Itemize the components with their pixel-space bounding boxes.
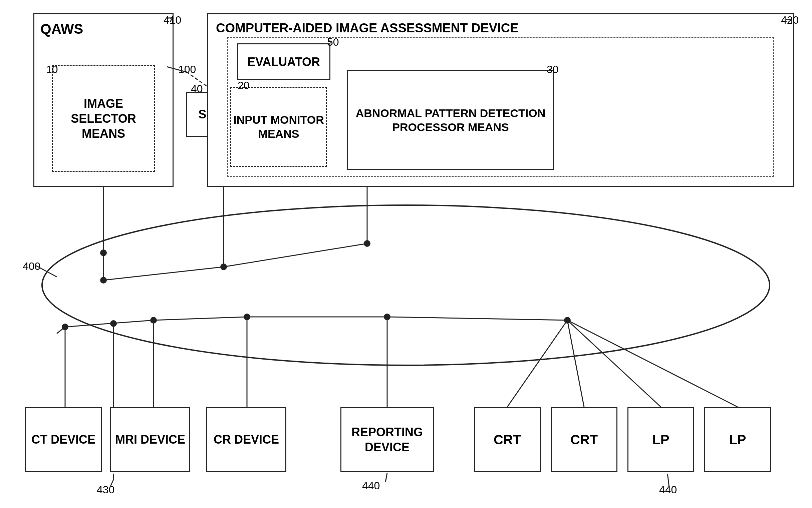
crt2-box: CRT [551,407,617,472]
ref-450: 440 [362,480,380,492]
ref-30: 30 [547,64,559,76]
abnormal-pattern-box: ABNORMAL PATTERN DETECTION PROCESSOR MEA… [347,70,554,170]
ct-device-box: CT DEVICE [25,407,102,472]
evaluator-box: EVALUATOR [237,43,330,80]
image-selector-means-box: IMAGE SELECTOR MEANS [52,65,155,172]
mri-device-box: MRI DEVICE [110,407,190,472]
ref-20: 20 [238,79,250,92]
ref-410: 410 [164,14,181,26]
reporting-device-box: REPORTING DEVICE [340,407,434,472]
svg-line-20 [154,317,247,320]
svg-point-0 [42,205,770,365]
diagram: QAWS IMAGE SELECTOR MEANS SERVER COMPUTE… [0,0,812,508]
ref-430: 430 [97,484,115,496]
input-monitor-means-box: INPUT MONITOR MEANS [230,87,327,167]
cr-device-box: CR DEVICE [206,407,286,472]
lp1-box: LP [627,407,694,472]
svg-line-9 [104,267,224,280]
ref-10: 10 [46,64,58,76]
svg-line-29 [567,320,738,407]
ref-40: 40 [191,83,203,95]
svg-line-10 [224,244,367,267]
ref-420: 420 [781,14,799,26]
ref-100: 100 [178,64,196,76]
ref-400: 400 [23,260,40,272]
svg-line-15 [65,320,154,327]
svg-line-26 [507,320,567,407]
ref-440: 440 [659,484,677,496]
ref-50: 50 [327,36,339,48]
lp2-box: LP [704,407,771,472]
svg-line-25 [387,317,567,320]
crt1-box: CRT [474,407,541,472]
svg-line-30 [57,327,65,334]
